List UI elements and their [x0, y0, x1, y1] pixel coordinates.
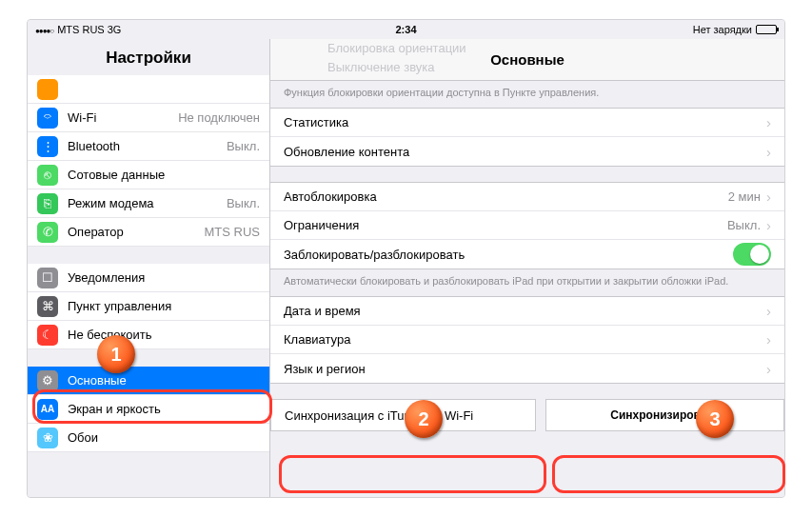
- Уведомления-icon: ☐: [37, 268, 58, 288]
- footnote: Функция блокировки ориентации доступна в…: [270, 81, 784, 108]
- settings-row[interactable]: Язык и регион›: [270, 354, 784, 383]
- settings-sidebar: Настройки ⌔Wi-FiНе подключен⋮BluetoothВы…: [28, 39, 270, 497]
- battery-label: Нет зарядки: [693, 24, 752, 35]
- Сотовые данные-icon: ⎋: [37, 165, 58, 186]
- sync-button[interactable]: Синхронизировать: [545, 399, 784, 431]
- sidebar-item[interactable]: ⎋Сотовые данные: [28, 161, 269, 189]
- Основные-icon: ⚙: [37, 370, 58, 391]
- chevron-right-icon: ›: [766, 361, 771, 377]
- settings-row[interactable]: Автоблокировка2 мин›: [270, 183, 784, 211]
- chevron-right-icon: ›: [766, 217, 771, 233]
- Не беспокоить-icon: ☾: [37, 325, 58, 346]
- toggle-switch[interactable]: [733, 243, 771, 266]
- settings-row[interactable]: Статистика›: [270, 109, 784, 137]
- detail-header: Блокировка ориентации Выключение звука О…: [270, 39, 784, 81]
- sidebar-item[interactable]: ⌘Пункт управления: [28, 292, 269, 321]
- settings-row[interactable]: Заблокировать/разблокировать: [270, 240, 784, 268]
- Bluetooth-icon: ⋮: [37, 136, 58, 157]
- settings-row[interactable]: Клавиатура›: [270, 326, 784, 354]
- settings-row[interactable]: Обновление контента›: [270, 137, 784, 166]
- Оператор-icon: ✆: [37, 222, 58, 243]
- sidebar-item[interactable]: ⌔Wi-FiНе подключен: [28, 104, 269, 132]
- status-bar: MTS RUS 3G 2:34 Нет зарядки: [28, 20, 784, 39]
- sidebar-item[interactable]: ✆ОператорMTS RUS: [28, 218, 269, 247]
- sidebar-item[interactable]: ⎘Режим модемаВыкл.: [28, 189, 269, 218]
- sidebar-item[interactable]: ⚙Основные: [28, 367, 269, 395]
- chevron-right-icon: ›: [766, 303, 771, 319]
- detail-title: Основные: [490, 51, 564, 68]
- Экран и яркость-icon: AA: [37, 399, 58, 420]
- annotation-badge-3: 3: [696, 400, 734, 438]
- sidebar-item[interactable]: [28, 75, 269, 104]
- sidebar-item[interactable]: ⋮BluetoothВыкл.: [28, 132, 269, 161]
- chevron-right-icon: ›: [766, 114, 771, 130]
- annotation-badge-2: 2: [405, 400, 443, 438]
- sidebar-item[interactable]: ☾Не беспокоить: [28, 321, 269, 349]
- battery-icon: [756, 25, 777, 34]
- signal-icon: [35, 24, 53, 35]
- sidebar-item[interactable]: AAЭкран и яркость: [28, 395, 269, 424]
- sidebar-item[interactable]: ☐Уведомления: [28, 264, 269, 292]
- chevron-right-icon: ›: [766, 189, 771, 205]
- Пункт управления-icon: ⌘: [37, 296, 58, 317]
- clock: 2:34: [395, 24, 416, 35]
- carrier-label: MTS RUS 3G: [57, 24, 121, 35]
- sidebar-title: Настройки: [28, 39, 269, 75]
- app-icon: [37, 79, 58, 100]
- Wi-Fi-icon: ⌔: [37, 108, 58, 129]
- Режим модема-icon: ⎘: [37, 193, 58, 214]
- Обои-icon: ❀: [37, 428, 58, 448]
- settings-row[interactable]: Дата и время›: [270, 297, 784, 326]
- chevron-right-icon: ›: [766, 144, 771, 160]
- sidebar-item[interactable]: ❀Обои: [28, 424, 269, 452]
- settings-row[interactable]: ОграниченияВыкл.›: [270, 211, 784, 240]
- itunes-wifi-sync-row[interactable]: Синхронизация с iTunes по Wi-Fi: [270, 399, 536, 431]
- annotation-badge-1: 1: [97, 335, 135, 373]
- footnote: Автоматически блокировать и разблокирова…: [270, 269, 784, 296]
- chevron-right-icon: ›: [766, 331, 771, 348]
